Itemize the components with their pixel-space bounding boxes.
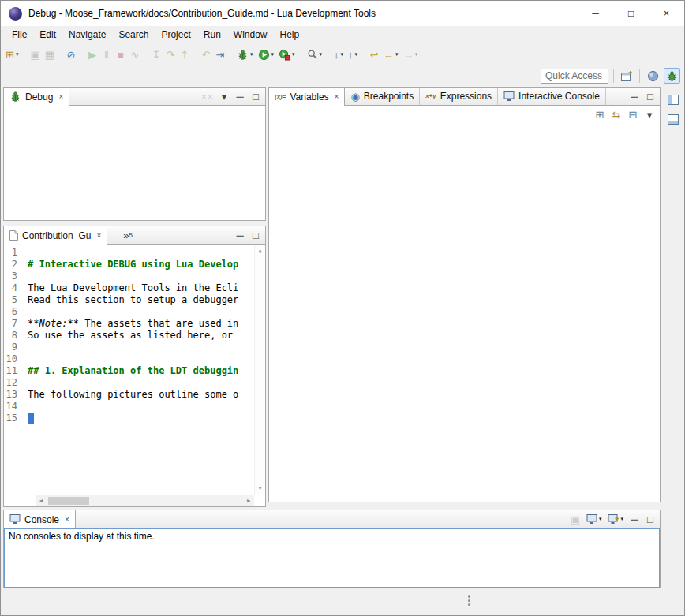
restore-minimized-view-bottom-button[interactable]: [665, 111, 681, 127]
maximize-button[interactable]: □: [249, 227, 263, 243]
dropdown-arrow-icon[interactable]: ▾: [341, 51, 344, 58]
line-number[interactable]: 4: [4, 282, 28, 294]
editor-line[interactable]: 5Read this section to setup a debugger: [4, 294, 254, 306]
menu-run[interactable]: Run: [197, 28, 227, 42]
scroll-up-button[interactable]: ▲: [258, 248, 261, 254]
line-number[interactable]: 3: [4, 271, 28, 282]
view-menu-button[interactable]: ▾: [642, 106, 657, 122]
menu-help[interactable]: Help: [274, 28, 306, 42]
window-close-button[interactable]: ×: [649, 1, 684, 26]
disconnect-button[interactable]: ∿: [128, 47, 142, 62]
editor-vscrollbar[interactable]: ▲ ▼: [254, 245, 265, 495]
editor-line[interactable]: 9: [4, 342, 254, 353]
dropdown-arrow-icon[interactable]: ▾: [415, 51, 418, 58]
tab-expressions[interactable]: x+yExpressions: [420, 88, 498, 105]
dropdown-arrow-icon[interactable]: ▾: [395, 51, 399, 58]
variables-content[interactable]: [269, 123, 660, 502]
line-number[interactable]: 2: [4, 259, 28, 271]
line-number[interactable]: 15: [4, 413, 28, 424]
line-number[interactable]: 5: [4, 294, 28, 306]
menu-edit[interactable]: Edit: [33, 28, 62, 42]
close-icon[interactable]: ×: [58, 92, 63, 101]
display-selected-console-button[interactable]: ▾: [584, 511, 605, 527]
last-edit-location-button[interactable]: ↩: [367, 47, 381, 62]
terminate-button[interactable]: ■: [114, 47, 128, 62]
line-number[interactable]: 10: [4, 353, 28, 365]
remove-all-terminated-button[interactable]: ××: [199, 88, 215, 104]
tab-variables[interactable]: (x)=Variables×: [269, 88, 345, 106]
close-icon[interactable]: ×: [96, 231, 101, 240]
quick-access-input[interactable]: [541, 69, 608, 84]
minimize-button[interactable]: ─: [233, 227, 247, 243]
open-console-button[interactable]: ▾: [605, 511, 626, 527]
back-button[interactable]: ←▾: [381, 47, 401, 62]
editor-line[interactable]: 12: [4, 377, 254, 389]
console-content[interactable]: No consoles to display at this time.: [4, 528, 660, 588]
dropdown-arrow-icon[interactable]: ▾: [620, 516, 623, 522]
dropdown-arrow-icon[interactable]: ▾: [292, 51, 295, 58]
restore-minimized-view-top-button[interactable]: [665, 91, 681, 107]
editor-hscrollbar[interactable]: ◀ ▶: [36, 495, 254, 506]
step-over-button[interactable]: ↷: [163, 47, 178, 62]
search-button[interactable]: ▾: [305, 47, 325, 62]
drop-to-frame-button[interactable]: ↶: [199, 47, 213, 62]
view-menu-button[interactable]: ▾: [217, 88, 231, 104]
minimize-button[interactable]: ─: [627, 511, 642, 527]
dropdown-arrow-icon[interactable]: ▾: [250, 51, 253, 58]
maximize-button[interactable]: □: [249, 88, 263, 104]
show-type-names-button[interactable]: ⊞: [593, 106, 607, 122]
line-number[interactable]: 11: [4, 365, 28, 377]
editor-line[interactable]: 8So use the assets as listed here, or: [4, 330, 254, 342]
editor-line[interactable]: 7**Note:** The assets that are used in: [4, 318, 254, 330]
next-annotation-button[interactable]: ↓▾: [331, 47, 346, 62]
tab-interactive-console[interactable]: Interactive Console: [498, 88, 606, 105]
suspend-button[interactable]: ‖: [99, 47, 114, 62]
minimize-button[interactable]: ─: [233, 88, 247, 104]
scroll-left-button[interactable]: ◀: [36, 498, 47, 504]
line-number[interactable]: 1: [4, 247, 28, 259]
editor-line[interactable]: 4The Lua Development Tools in the Ecli: [4, 282, 254, 294]
window-minimize-button[interactable]: ─: [578, 1, 613, 26]
scroll-right-button[interactable]: ▶: [243, 498, 254, 504]
use-step-filters-button[interactable]: ⇥: [213, 47, 227, 62]
open-perspective-button[interactable]: [619, 68, 634, 84]
editor-line[interactable]: 6: [4, 306, 254, 318]
dropdown-arrow-icon[interactable]: ▾: [320, 51, 323, 58]
ldt-perspective-button[interactable]: [645, 68, 661, 84]
line-number[interactable]: 14: [4, 401, 28, 413]
editor-tab-chooser[interactable]: »5: [123, 226, 133, 244]
debug-view-content[interactable]: [4, 106, 265, 220]
editor-line[interactable]: 1: [4, 247, 254, 259]
close-icon[interactable]: ×: [335, 92, 339, 101]
line-number[interactable]: 6: [4, 306, 28, 318]
editor-line[interactable]: 11## 1. Explanation of the LDT debuggin: [4, 365, 254, 377]
editor-line[interactable]: 10: [4, 353, 254, 365]
save-button[interactable]: ▣: [28, 47, 42, 62]
line-number[interactable]: 8: [4, 330, 28, 342]
dropdown-arrow-icon[interactable]: ▾: [271, 51, 275, 58]
save-all-button[interactable]: ▦: [43, 47, 57, 62]
editor-line[interactable]: 3: [4, 271, 254, 282]
new-button[interactable]: ⊞▾: [3, 47, 21, 62]
tab-breakpoints[interactable]: ◉Breakpoints: [345, 88, 420, 105]
line-number[interactable]: 7: [4, 318, 28, 330]
resume-button[interactable]: ▶: [85, 47, 99, 62]
run-button[interactable]: ▾: [256, 47, 277, 62]
dropdown-arrow-icon[interactable]: ▾: [16, 51, 19, 58]
trim-drag-handle[interactable]: [468, 595, 470, 598]
scroll-thumb[interactable]: [48, 497, 89, 505]
maximize-button[interactable]: □: [643, 511, 657, 527]
editor-content[interactable]: 12# Interactive DEBUG using Lua Develop3…: [4, 245, 265, 506]
editor-line[interactable]: 15: [4, 413, 254, 424]
pin-console-button[interactable]: ▣: [568, 511, 582, 527]
line-number[interactable]: 13: [4, 389, 28, 401]
step-return-button[interactable]: ↥: [178, 47, 192, 62]
menu-project[interactable]: Project: [155, 28, 197, 42]
editor-line[interactable]: 14: [4, 401, 254, 413]
scroll-down-button[interactable]: ▼: [258, 486, 261, 491]
dropdown-arrow-icon[interactable]: ▾: [355, 51, 358, 58]
line-number[interactable]: 12: [4, 377, 28, 389]
tab-debug[interactable]: Debug ×: [4, 88, 69, 106]
tab-contribution-guide[interactable]: Contribution_Gu ×: [4, 226, 107, 245]
editor-line[interactable]: 13The following pictures outline some o: [4, 389, 254, 401]
